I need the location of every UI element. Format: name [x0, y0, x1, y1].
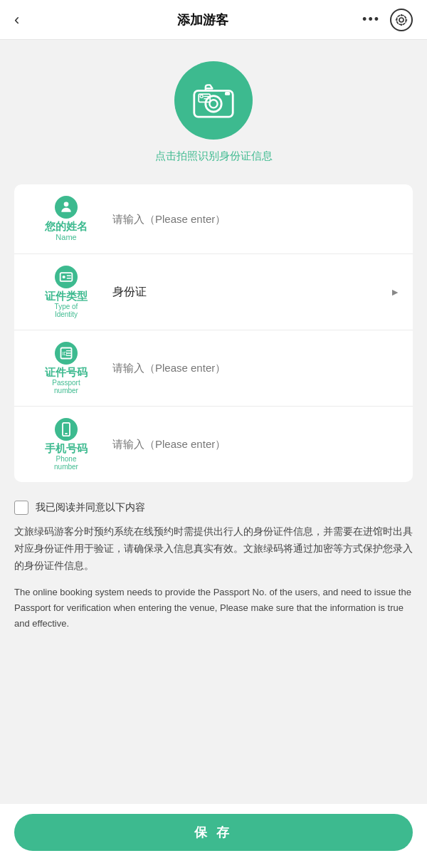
svg-point-0: [399, 18, 404, 22]
identity-type-row[interactable]: 证件类型 Type ofIdentity 身份证 ►: [14, 254, 413, 330]
passport-icon: ID: [59, 346, 73, 360]
identity-label-en: Type ofIdentity: [55, 303, 78, 318]
identity-icon: [59, 270, 73, 284]
phone-input-area: [105, 438, 400, 451]
phone-number-row: 手机号码 Phonenumber: [14, 407, 413, 482]
passport-label-text: 证件号码 Passportnumber: [45, 366, 88, 394]
svg-rect-11: [60, 273, 73, 281]
name-input[interactable]: [112, 213, 400, 225]
phone-number-label: 手机号码 Phonenumber: [27, 418, 105, 471]
phone-label-zh: 手机号码: [45, 442, 88, 455]
identity-select-area[interactable]: 身份证 ►: [105, 285, 400, 300]
camera-button[interactable]: [174, 61, 253, 140]
qr-scan-icon: [395, 14, 408, 26]
passport-label-en: Passportnumber: [52, 379, 80, 394]
identity-label-text: 证件类型 Type ofIdentity: [45, 290, 88, 318]
chevron-right-icon: ►: [390, 286, 400, 298]
camera-section[interactable]: 点击拍照识别身份证信息: [0, 40, 427, 177]
svg-point-6: [200, 95, 203, 98]
checkbox-label: 我已阅读并同意以下内容: [36, 501, 145, 514]
header-actions: •••: [362, 9, 413, 31]
agreement-section: 我已阅读并同意以下内容 文旅绿码游客分时预约系统在线预约时需提供出行人的身份证件…: [0, 489, 427, 632]
name-label-text: 您的姓名 Name: [45, 220, 88, 242]
passport-icon-bg: ID: [55, 342, 78, 365]
identity-label-zh: 证件类型: [45, 290, 88, 303]
checkbox-row[interactable]: 我已阅读并同意以下内容: [14, 501, 413, 515]
svg-point-1: [396, 15, 406, 25]
phone-icon-bg: [55, 418, 78, 441]
header: ‹ 添加游客 •••: [0, 0, 427, 40]
camera-icon: [191, 78, 236, 123]
name-label-en: Name: [56, 233, 76, 242]
back-button[interactable]: ‹: [14, 11, 43, 29]
svg-point-4: [209, 100, 217, 108]
scan-button[interactable]: [390, 9, 413, 31]
name-input-area: [105, 213, 400, 226]
svg-point-12: [63, 276, 65, 278]
person-icon: [59, 200, 73, 214]
name-label-zh: 您的姓名: [45, 220, 88, 233]
name-row: 您的姓名 Name: [14, 184, 413, 254]
svg-point-10: [64, 202, 69, 207]
camera-label[interactable]: 点击拍照识别身份证信息: [155, 150, 273, 163]
phone-icon: [59, 422, 73, 436]
back-icon[interactable]: ‹: [14, 11, 19, 29]
passport-label-zh: 证件号码: [45, 366, 88, 379]
identity-type-label: 证件类型 Type ofIdentity: [27, 266, 105, 318]
agreement-text-en: The online booking system needs to provi…: [14, 585, 413, 632]
passport-input-area: [105, 362, 400, 375]
agreement-text-zh: 文旅绿码游客分时预约系统在线预约时需提供出行人的身份证件信息，并需要在进馆时出具…: [14, 523, 413, 574]
passport-input[interactable]: [112, 362, 400, 374]
passport-number-label: ID 证件号码 Passportnumber: [27, 342, 105, 394]
name-label: 您的姓名 Name: [27, 196, 105, 242]
save-bar: 保 存: [0, 804, 427, 868]
name-icon-bg: [55, 196, 78, 219]
svg-rect-9: [225, 92, 230, 95]
more-options-icon[interactable]: •••: [362, 12, 380, 27]
phone-input[interactable]: [112, 438, 400, 450]
form-card: 您的姓名 Name 证件类型 Type ofIdentity: [14, 184, 413, 482]
identity-type-value: 身份证: [112, 285, 147, 300]
save-button[interactable]: 保 存: [14, 814, 413, 851]
passport-number-row: ID 证件号码 Passportnumber: [14, 330, 413, 407]
agreement-checkbox[interactable]: [14, 501, 28, 515]
identity-icon-bg: [55, 266, 78, 288]
page-title: 添加游客: [43, 11, 362, 28]
phone-label-text: 手机号码 Phonenumber: [45, 442, 88, 471]
phone-label-en: Phonenumber: [54, 455, 78, 471]
